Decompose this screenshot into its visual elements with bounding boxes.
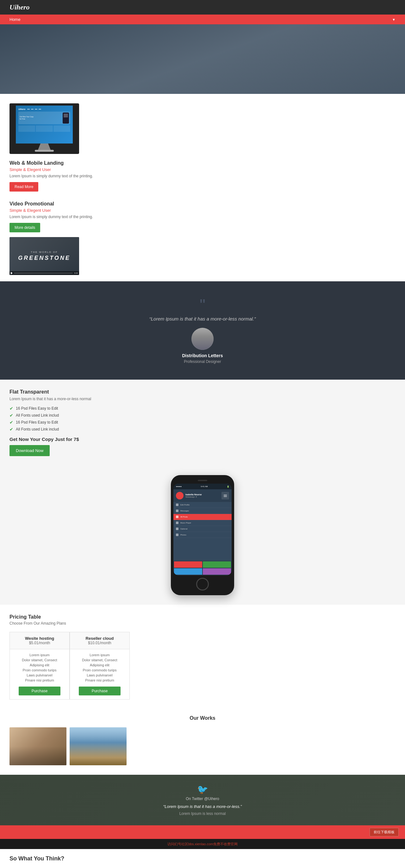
pricing-subtitle: Choose From Our Amazing Plans (9, 621, 396, 625)
phone-menu-edit-profile[interactable]: Edit Profile (173, 502, 232, 508)
cta-title: Get Now Your Copy Just for 7$ (9, 437, 396, 442)
video-progress-bar[interactable] (14, 273, 73, 273)
product1-title: Web & Mobile Landing (9, 160, 396, 166)
monitor-stand (38, 144, 51, 150)
more-details-button[interactable]: More details (9, 223, 40, 232)
work2-overlay (69, 727, 126, 765)
check-icon-2: ✔ (9, 413, 13, 418)
pricing-plan-1: Wesite hosting $5.01/month Lorem ipsum D… (9, 632, 69, 700)
so-what-title: So What You Think? (9, 855, 396, 862)
check-icon-4: ✔ (9, 427, 13, 432)
feature-item-3: ✔ 16 Psd Files Easy to Edit (9, 420, 396, 425)
optional-icon (176, 528, 178, 530)
plan1-feature-4: Proin commodo turips (13, 668, 65, 672)
play-icon[interactable] (11, 272, 13, 274)
pricing-title: Pricing Table (9, 614, 396, 620)
header: Uihero (0, 0, 405, 14)
nav-home[interactable]: Home (9, 17, 21, 22)
photos-icon (176, 533, 178, 536)
phone-menu-icon[interactable] (222, 492, 229, 499)
phone-thumbnail-grid (173, 561, 232, 575)
screen-logo: Uihero (18, 108, 25, 110)
monitor-mockup: Uihero Get Now Your Copyfor Free (9, 103, 396, 154)
plan1-body: Lorem ipsum Dolor sitamet, Consect Adipi… (10, 649, 69, 699)
product2-description: Lorem Ipsum is simply dummy text of the … (9, 215, 396, 219)
works-grid (9, 727, 396, 765)
video-main-title: GREENSTONE (18, 255, 70, 261)
nav-dropdown-icon[interactable]: ▼ (392, 18, 396, 22)
twitter-handle: On Twitter @Uihero (9, 797, 396, 801)
footer-watermark: 访问幻号社区bbs.xienlao.com免费不收费官网 (0, 839, 405, 849)
navigation[interactable]: Home ▼ (0, 14, 405, 24)
phone-earpiece (198, 480, 207, 481)
download-template-button[interactable]: 前往下载模板 (370, 828, 399, 836)
product2-subtitle: Simple & Elegent User (9, 208, 396, 213)
product1-section: Uihero Get Now Your Copyfor Free (0, 94, 405, 201)
video-thumbnail: THE WORLD OF GREENSTONE 0:00 (9, 237, 79, 275)
twitter-icon: 🐦 (9, 784, 396, 795)
phone-menu-music-player[interactable]: Music Player (173, 520, 232, 526)
phone-menu: Edit Profile Messages All Posts Music Pl… (173, 502, 232, 561)
feature-item-4: ✔ All Fonts used Link includ (9, 427, 396, 432)
video-time: 0:00 (74, 272, 78, 274)
plan1-header: Wesite hosting $5.01/month (10, 632, 69, 649)
thumb-4 (203, 568, 231, 575)
tweet-sub-text: Lorem Ipsum is less normal (9, 811, 396, 816)
works-title: Our Works (9, 715, 396, 721)
phone-home-button[interactable] (196, 578, 209, 590)
screen-content-rows (18, 125, 70, 132)
music-player-icon (176, 522, 178, 524)
video-subtitle-text: THE WORLD OF (31, 251, 58, 253)
plan1-feature-1: Lorem ipsum (13, 653, 65, 657)
phone-menu-optional[interactable]: Optional (173, 526, 232, 532)
feature-label-3: 16 Psd Files Easy to Edit (16, 420, 58, 425)
purchase-button-2[interactable]: Purchase (79, 687, 120, 695)
pricing-section: Pricing Table Choose From Our Amazing Pl… (0, 605, 405, 709)
messages-label: Messages (180, 510, 189, 512)
twitter-section: 🐦 On Twitter @Uihero “Lorem Ipsum is tha… (0, 775, 405, 825)
all-posts-icon (176, 516, 178, 518)
phone-menu-messages[interactable]: Messages (173, 508, 232, 514)
all-posts-label: All Posts (180, 516, 187, 518)
plan2-price: $10.01/month (74, 641, 125, 645)
feature-label-2: All Fonts used Link includ (16, 413, 59, 417)
testimonial-section: " “Lorem Ipsum is that it has a more-or-… (0, 281, 405, 380)
bottom-bar: 前往下载模板 (0, 825, 405, 839)
phone-menu-photos[interactable]: Photos (173, 532, 232, 538)
quote-mark: " (9, 297, 396, 313)
testimonial-name: Distribution Letters (9, 353, 396, 358)
video-controls[interactable]: 0:00 (9, 271, 79, 275)
avatar-image (192, 328, 213, 350)
feature-label-1: 16 Psd Files Easy to Edit (16, 406, 58, 411)
thumb-1 (174, 561, 202, 568)
phone-screen: ●●●●● 9:41 AM 🔋 Isabella Nourse Webdesig… (173, 484, 232, 575)
phone-menu-all-posts[interactable]: All Posts (173, 514, 232, 520)
screen-nav (27, 109, 41, 110)
phone-profile-header: Isabella Nourse Webdesign ✦ (173, 489, 232, 502)
feature-item-1: ✔ 16 Psd Files Easy to Edit (9, 406, 396, 411)
check-icon-1: ✔ (9, 406, 13, 411)
plan1-name: Wesite hosting (13, 636, 65, 641)
pricing-table: Wesite hosting $5.01/month Lorem ipsum D… (9, 632, 130, 700)
purchase-button-1[interactable]: Purchase (19, 687, 60, 695)
plan2-body: Lorem ipsum Dolor sitamet, Consect Adipi… (70, 649, 129, 699)
music-player-label: Music Player (180, 522, 191, 524)
tweet-text: “Lorem Ipsum is that it has a more-or-le… (9, 804, 396, 809)
phone-section: ●●●●● 9:41 AM 🔋 Isabella Nourse Webdesig… (0, 466, 405, 605)
product2-title: Video Promotional (9, 201, 396, 207)
work1-overlay (9, 727, 66, 765)
thumb-3 (174, 568, 202, 575)
phone-user-info: Isabella Nourse Webdesign ✦ (185, 493, 220, 498)
screen-hero: Get Now Your Copyfor Free (18, 112, 70, 124)
read-more-button[interactable]: Read More (9, 182, 38, 191)
plan2-feature-6: Pmare nisi pretium (74, 678, 125, 682)
optional-label: Optional (180, 528, 187, 530)
features-title: Flat Transparent (9, 389, 396, 395)
download-now-button[interactable]: Download Now (9, 445, 50, 456)
screen-phone (63, 113, 69, 124)
phone-avatar (176, 492, 183, 499)
so-what-section: So What You Think? (0, 849, 405, 868)
thumb-2 (203, 561, 231, 568)
feature-item-2: ✔ All Fonts used Link includ (9, 413, 396, 418)
plan2-name: Reseller cloud (74, 636, 125, 641)
